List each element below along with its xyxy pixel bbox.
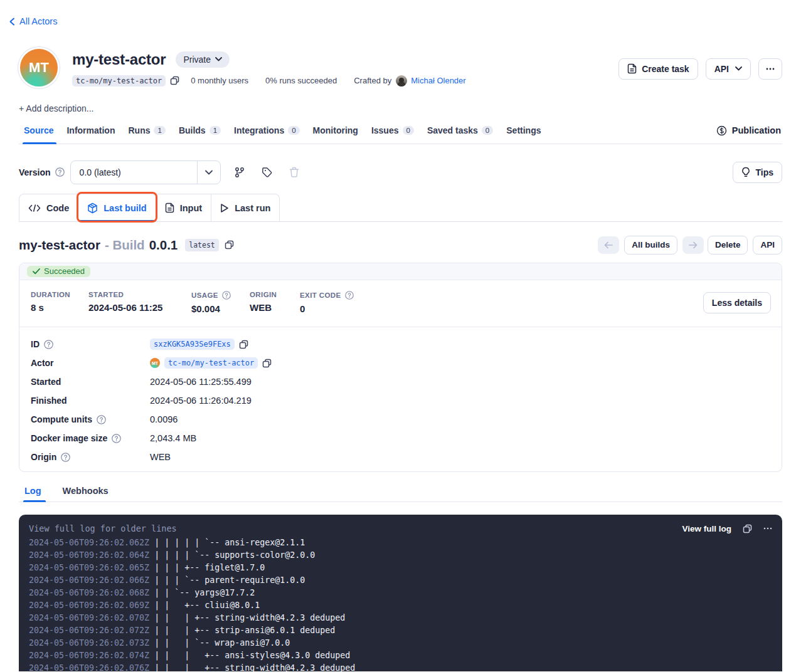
status-row: Succeeded (19, 263, 782, 281)
build-details: ID sxzKGK5A93Se9FExs Actor MT tc-mo/my-t… (19, 327, 782, 471)
detail-label: Docker image size (31, 433, 150, 443)
all-builds-label: All builds (632, 240, 670, 249)
actor-mini-avatar: MT (150, 358, 160, 368)
tab-source[interactable]: Source (23, 122, 54, 144)
tab-webhooks[interactable]: Webhooks (62, 482, 109, 501)
subtab-last-build[interactable]: Last build (78, 194, 155, 222)
subtab-last-run[interactable]: Last run (211, 194, 279, 222)
build-id-badge[interactable]: sxzKGK5A93Se9FExs (150, 339, 235, 350)
help-icon[interactable] (97, 415, 106, 424)
actor-title: my-test-actor (72, 51, 166, 68)
tab-monitoring[interactable]: Monitoring (312, 122, 359, 144)
play-icon (220, 203, 229, 213)
tab-runs[interactable]: Runs1 (127, 122, 166, 144)
log-line: 2024-05-06T09:26:02.065Z | | | +-- figle… (29, 562, 772, 574)
back-link-all-actors[interactable]: All Actors (9, 16, 57, 26)
tips-label: Tips (755, 167, 773, 177)
subtab-label: Last run (235, 203, 270, 213)
log-line: 2024-05-06T09:26:02.072Z | | | +-- strip… (29, 624, 772, 637)
stat-label: EXIT CODE (300, 291, 354, 300)
ellipsis-icon (766, 68, 775, 70)
tab-label: Issues (371, 125, 399, 135)
log-header: View full log for older lines View full … (29, 522, 772, 535)
less-details-label: Less details (712, 298, 762, 308)
ellipsis-icon (763, 527, 772, 530)
copy-id-button[interactable] (239, 340, 248, 349)
subtab-code[interactable]: Code (19, 194, 78, 222)
log-line: 2024-05-06T09:26:02.070Z | | | +-- strin… (29, 612, 772, 624)
tab-log[interactable]: Log (24, 482, 42, 501)
git-branch-button[interactable] (234, 167, 245, 178)
actor-path-link[interactable]: tc-mo/my-test-actor (164, 357, 258, 369)
tab-label: Log (24, 486, 41, 496)
delete-build-button[interactable]: Delete (708, 236, 748, 255)
publication-button[interactable]: Publication (715, 122, 782, 139)
tab-count: 0 (288, 126, 299, 135)
tab-integrations[interactable]: Integrations0 (233, 122, 300, 144)
stat-value: 2024-05-06 11:25 (88, 302, 191, 313)
tab-builds[interactable]: Builds1 (178, 122, 221, 144)
api-dropdown-button[interactable]: API (706, 58, 751, 80)
help-icon[interactable] (55, 167, 65, 177)
stat-label: DURATION (31, 291, 88, 298)
help-icon[interactable] (61, 453, 70, 462)
less-details-button[interactable]: Less details (703, 292, 771, 313)
build-api-button[interactable]: API (753, 236, 782, 255)
chevron-down-icon (735, 66, 742, 71)
latest-badge: latest (185, 239, 219, 251)
back-link-label: All Actors (19, 16, 57, 26)
git-branch-icon (234, 167, 245, 178)
more-actions-button[interactable] (758, 58, 782, 80)
main-tabs: Source Information Runs1 Builds1 Integra… (19, 122, 782, 144)
tab-settings[interactable]: Settings (506, 122, 541, 144)
tab-issues[interactable]: Issues0 (371, 122, 415, 144)
help-icon[interactable] (345, 291, 354, 300)
detail-row-id: ID sxzKGK5A93Se9FExs (31, 335, 770, 354)
detail-value-id: sxzKGK5A93Se9FExs (150, 339, 248, 350)
tag-button[interactable] (262, 167, 273, 178)
view-older-lines-link[interactable]: View full log for older lines (29, 523, 177, 533)
select-chevron (197, 161, 220, 184)
help-icon[interactable] (44, 340, 53, 349)
tab-label: Runs (128, 125, 150, 135)
create-task-button[interactable]: Create task (618, 58, 698, 80)
log-more-button[interactable] (763, 527, 772, 530)
header-actions: Create task API (618, 49, 782, 87)
subtab-input[interactable]: Input (156, 194, 211, 222)
tab-count: 1 (154, 126, 165, 135)
view-full-log-link[interactable]: View full log (682, 524, 731, 533)
build-title-version: 0.0.1 (149, 238, 178, 253)
tab-count: 1 (210, 126, 221, 135)
copy-icon (225, 240, 234, 249)
copy-build-button[interactable] (225, 240, 234, 249)
back-row: All Actors (9, 0, 782, 28)
tab-label: Settings (506, 125, 541, 135)
detail-label: Compute units (31, 414, 150, 424)
visibility-dropdown[interactable]: Private (176, 51, 230, 68)
log-lines[interactable]: 2024-05-06T09:26:02.062Z | | | | | `-- a… (29, 537, 772, 671)
build-title: my-test-actor - Build 0.0.1 latest (19, 238, 234, 253)
tab-information[interactable]: Information (66, 122, 115, 144)
runs-succeeded: 0% runs succeeded (265, 76, 337, 85)
tag-icon (262, 167, 273, 178)
author-link[interactable]: Michał Olender (411, 76, 465, 85)
copy-actor-path-button[interactable] (170, 76, 179, 85)
detail-value-origin: WEB (150, 452, 171, 462)
stat-value: WEB (250, 302, 300, 313)
actor-path-badge[interactable]: tc-mo/my-test-actor (72, 75, 166, 87)
log-line: 2024-05-06T09:26:02.073Z | | | `-- wrap-… (29, 637, 772, 649)
tips-button[interactable]: Tips (733, 162, 782, 183)
help-icon[interactable] (112, 434, 121, 443)
subtab-label: Last build (103, 203, 146, 213)
version-select[interactable]: 0.0 (latest) (70, 160, 221, 184)
add-description-button[interactable]: + Add description... (19, 103, 782, 113)
tab-saved-tasks[interactable]: Saved tasks0 (427, 122, 494, 144)
tab-label: Monitoring (313, 125, 358, 135)
copy-log-button[interactable] (743, 524, 752, 533)
all-builds-button[interactable]: All builds (624, 236, 677, 255)
tab-label: Integrations (234, 125, 284, 135)
detail-row-started: Started 2024-05-06 11:25:55.499 (31, 372, 770, 391)
log-panel: View full log for older lines View full … (19, 515, 782, 671)
help-icon[interactable] (222, 291, 231, 300)
copy-actor-button[interactable] (262, 359, 272, 368)
